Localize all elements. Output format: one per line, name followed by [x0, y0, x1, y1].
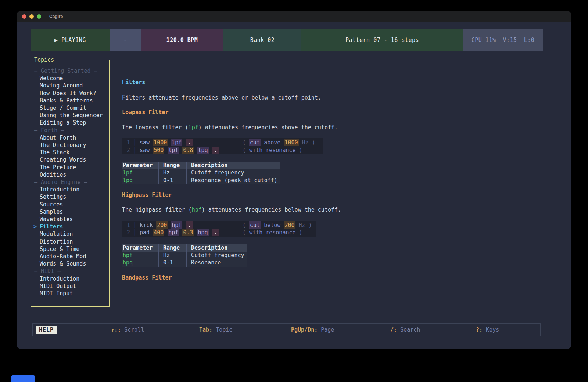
code-comment: ( cut above 1000 Hz ) [243, 139, 315, 147]
sidebar-item-label: Settings [40, 194, 66, 200]
code-token: Hz ) [299, 139, 315, 146]
section-paragraph: The highpass filter (hpf) attenuates fre… [122, 206, 539, 214]
sidebar-item-the-dictionary[interactable]: The Dictionary [31, 141, 109, 149]
code-token: with resonance [249, 229, 295, 236]
sidebar-item-label: Creating Words [40, 156, 86, 163]
table-cell: lpf [122, 169, 158, 176]
sidebar-item-stage-commit[interactable]: Stage / Commit [31, 104, 109, 112]
code-token: 200 [156, 221, 168, 229]
code-text: saw 500 lpf 0.8 lpq . [140, 147, 243, 154]
code-token: Hz ) [295, 222, 312, 228]
status-segment-pattern: Pattern 07 - 16 steps [301, 29, 463, 51]
code-token: kick [140, 222, 153, 228]
code-token [261, 222, 264, 228]
hint-key: ?: [476, 327, 483, 333]
sidebar-item-creating-words[interactable]: Creating Words [31, 156, 109, 163]
parameter-table: ParameterRangeDescriptionlpfHzCutoff fre… [122, 162, 280, 184]
code-token: . [212, 229, 219, 236]
code-token: cut [249, 139, 261, 146]
sidebar-item-label: Distortion [40, 238, 73, 245]
hint-label: Scroll [121, 327, 144, 333]
code-token: 400 [153, 229, 164, 236]
sidebar-item-filters[interactable]: >Filters [31, 223, 109, 230]
section-heading-bandpass-filter: Bandpass Filter [122, 274, 539, 282]
sidebar-item-sources[interactable]: Sources [31, 201, 109, 208]
code-token: hpf [171, 221, 182, 229]
maximize-window-icon[interactable] [37, 14, 41, 19]
table-cell: 0-1 [158, 177, 186, 184]
help-content-panel[interactable]: FiltersFilters attenuate frequencies abo… [113, 60, 539, 305]
sidebar-item-label: About Forth [40, 134, 76, 141]
section-heading-lowpass-filter: Lowpass Filter [122, 109, 539, 116]
sidebar-item-using-the-sequencer[interactable]: Using the Sequencer [31, 112, 109, 119]
table-cell: 0-1 [158, 259, 186, 266]
table-header-row: ParameterRangeDescription [122, 162, 280, 169]
sidebar-item-moving-around[interactable]: Moving Around [31, 82, 109, 89]
table-cell: Hz [158, 169, 186, 176]
code-token: ) [296, 147, 302, 154]
sidebar-item-welcome[interactable]: Welcome [31, 75, 109, 82]
sidebar-item-distortion[interactable]: Distortion [31, 238, 109, 245]
sidebar-item-samples[interactable]: Samples [31, 208, 109, 216]
sidebar-item-midi-input[interactable]: MIDI Input [31, 290, 109, 297]
sidebar-item-introduction[interactable]: Introduction [31, 275, 109, 282]
sidebar-item-how-does-it-work[interactable]: How Does It Work? [31, 90, 109, 97]
code-token: above [264, 139, 280, 146]
code-token: with resonance [249, 147, 295, 154]
line-number: 1 [122, 139, 130, 147]
sidebar-item-label: Oddities [40, 172, 66, 178]
line-number: 2 [122, 147, 130, 154]
key-hint-scroll: ↑↓: Scroll [111, 327, 144, 333]
sidebar-item-oddities[interactable]: Oddities [31, 171, 109, 179]
sidebar-item-the-stack[interactable]: The Stack [31, 149, 109, 156]
close-window-icon[interactable] [22, 14, 26, 19]
hint-label: Search [397, 327, 420, 333]
sidebar-item-banks-patterns[interactable]: Banks & Patterns [31, 97, 109, 104]
minimize-window-icon[interactable] [29, 14, 34, 19]
code-comment: ( cut below 200 Hz ) [243, 221, 312, 229]
sidebar-item-label: Sources [40, 201, 63, 208]
sidebar-section-forth: — Forth — [31, 127, 109, 134]
table-cell: Resonance (peak at cutoff) [186, 177, 280, 184]
code-token [153, 222, 156, 228]
key-hint-topic: Tab: Topic [199, 327, 232, 333]
code-token: 0.3 [182, 229, 194, 236]
sidebar-item-settings[interactable]: Settings [31, 193, 109, 201]
sidebar-item-label: Words & Sounds [40, 260, 86, 267]
sidebar-section-midi: — MIDI — [31, 267, 109, 275]
column-header: Description [186, 162, 280, 169]
sidebar-item-label: MIDI Input [40, 290, 73, 297]
gutter-divider: │ [130, 229, 140, 237]
key-hint-search: /: Search [390, 327, 420, 333]
table-cell: Resonance [186, 259, 247, 266]
code-token: hpf [168, 229, 179, 236]
sidebar-item-editing-a-step[interactable]: Editing a Step [31, 119, 109, 126]
sidebar-item-audio-rate-mod[interactable]: Audio-Rate Mod [31, 253, 109, 260]
code-token: 200 [284, 221, 295, 229]
sidebar-item-words-sounds[interactable]: Words & Sounds [31, 260, 109, 267]
line-number: 1 [122, 221, 130, 229]
code-token [168, 222, 171, 228]
help-bar: HELP ↑↓: ScrollTab: TopicPgUp/Dn: Page/:… [32, 323, 541, 336]
sidebar-item-about-forth[interactable]: About Forth [31, 134, 109, 141]
key-hint-keys: ?: Keys [476, 327, 499, 333]
dock-item[interactable] [11, 375, 35, 382]
hint-key: /: [390, 327, 397, 333]
code-text: saw 1000 lpf . [140, 139, 243, 147]
hint-label: Page [318, 327, 334, 333]
sidebar-item-the-prelude[interactable]: The Prelude [31, 164, 109, 171]
code-line: 1│kick 200 hpf .( cut below 200 Hz ) [122, 221, 316, 229]
column-header: Range [158, 244, 186, 252]
sidebar-item-label: Stage / Commit [40, 105, 86, 111]
table-row: hpq0-1Resonance [122, 259, 247, 266]
sidebar-item-label: — Getting Started — [34, 68, 97, 74]
sidebar-item-wavetables[interactable]: Wavetables [31, 216, 109, 223]
sidebar-item-midi-output[interactable]: MIDI Output [31, 282, 109, 290]
key-hint-page: PgUp/Dn: Page [291, 327, 334, 333]
sidebar-item-introduction[interactable]: Introduction [31, 186, 109, 193]
sidebar-item-modulation[interactable]: Modulation [31, 230, 109, 238]
app-window: Cagire ▶ PLAYING-120.0 BPMBank 02Pattern… [17, 11, 571, 349]
table-cell: Hz [158, 252, 186, 259]
topics-panel-title: Topics [33, 57, 55, 63]
sidebar-item-space-time[interactable]: Space & Time [31, 245, 109, 253]
